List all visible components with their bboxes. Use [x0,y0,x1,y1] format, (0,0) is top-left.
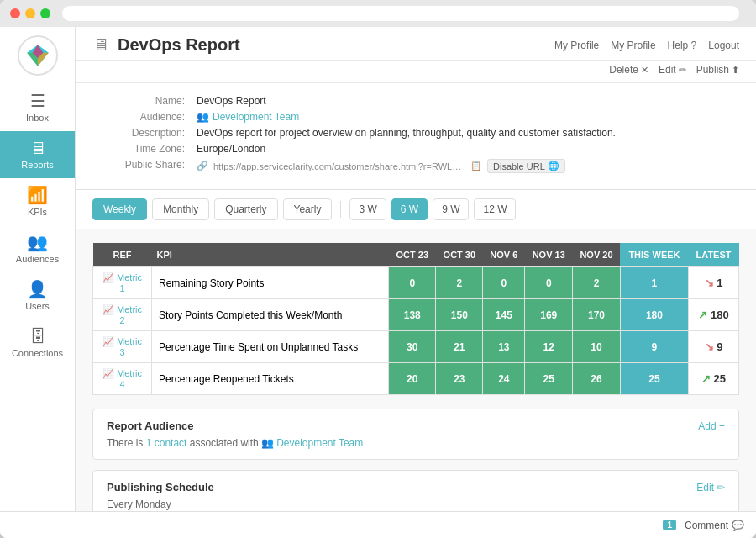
val-1-nov13: 0 [525,267,573,299]
trend-down-icon-1: ↘ [705,277,717,289]
metric-trend-icon-2: 📈 [102,304,114,314]
sidebar-item-connections[interactable]: 🗄 Connections [0,319,75,367]
val-3-oct30: 21 [436,331,483,363]
minimize-btn[interactable] [25,8,35,18]
sidebar-item-users-label: Users [25,301,50,311]
main-content: 🖥 DevOps Report My Profile My Profile He… [76,27,756,511]
publishing-schedule-header: Publishing Schedule Edit ✏ [107,481,725,493]
edit-schedule-icon: ✏ [717,482,725,493]
publishing-schedule-title: Publishing Schedule [107,481,214,493]
val-4-latest: ↗ 25 [689,363,739,395]
page-title: DevOps Report [118,35,240,55]
add-audience-button[interactable]: Add + [698,420,725,432]
publish-text: Publish [696,64,729,76]
my-profile-link[interactable]: My Profile [554,40,599,51]
report-audience-title: Report Audience [107,419,194,432]
report-audience-text: There is 1 contact associated with 👥 Dev… [107,437,725,449]
meta-section: Name: DevOps Report Audience: 👥 Developm… [76,83,756,190]
kpi-name-4: Percentage Reopened Tickets [152,363,389,395]
edit-schedule-button[interactable]: Edit ✏ [696,482,725,493]
maximize-btn[interactable] [40,8,50,18]
bottom-bar: 1 Comment 💬 [0,511,756,538]
val-4-nov13: 25 [525,363,573,395]
sidebar-item-reports-label: Reports [21,160,54,170]
val-3-nov20: 10 [573,331,621,363]
copy-icon[interactable]: 📋 [470,161,482,171]
kpis-icon: 📶 [27,187,48,203]
trend-down-icon-3: ↘ [705,340,717,353]
week-9w[interactable]: 9 W [433,198,469,220]
logout-link[interactable]: Logout [708,40,739,51]
sidebar-item-audiences[interactable]: 👥 Audiences [0,225,75,272]
audience-label: Audience: [92,111,185,123]
name-label: Name: [92,95,185,107]
reports-icon: 🖥 [29,140,46,156]
week-12w[interactable]: 12 W [474,198,516,220]
metric-trend-icon-1: 📈 [102,272,114,282]
publish-icon: ⬆ [732,65,739,76]
table-row: 📈 Metric 2 Story Points Completed this W… [93,299,739,331]
audiences-icon: 👥 [27,234,48,251]
val-4-nov6: 24 [483,363,525,395]
table-row: 📈 Metric 1 Remaining Story Points 0 2 0 … [93,267,739,299]
sidebar-item-users[interactable]: 👤 Users [0,272,75,319]
val-2-oct23: 138 [389,299,436,331]
val-2-nov6: 145 [483,299,525,331]
sidebar-item-inbox[interactable]: ☰ Inbox [0,84,75,131]
comment-button[interactable]: Comment 💬 [685,520,744,531]
table-row: 📈 Metric 4 Percentage Reopened Tickets 2… [93,363,739,395]
week-6w[interactable]: 6 W [391,198,428,220]
report-audience-header: Report Audience Add + [107,419,725,432]
table-row: 📈 Metric 3 Percentage Time Spent on Unpl… [93,331,739,363]
val-3-nov13: 12 [525,331,573,363]
comment-icon: 💬 [732,520,744,531]
col-oct23: OCT 23 [389,243,436,267]
timezone-value: Europe/London [197,143,265,155]
address-bar[interactable] [62,6,739,21]
delete-button[interactable]: Delete ✕ [609,64,648,76]
val-3-nov6: 13 [483,331,525,363]
col-kpi: KPI [152,243,389,267]
team-link[interactable]: 👥 Development Team [261,437,363,449]
share-url: 🔗 https://app.serviceclarity.com/custome… [197,159,565,173]
tab-yearly[interactable]: Yearly [283,198,333,220]
comment-badge: 1 [663,520,676,530]
week-3w[interactable]: 3 W [349,198,386,220]
edit-text: Edit [659,64,676,76]
edit-button[interactable]: Edit ✏ [659,64,686,76]
tabs-toolbar: Weekly Monthly Quarterly Yearly 3 W 6 W … [76,190,756,229]
meta-row-audience: Audience: 👥 Development Team [92,111,739,123]
sidebar-item-reports[interactable]: 🖥 Reports [0,131,75,178]
val-4-oct23: 20 [389,363,436,395]
col-nov20: NOV 20 [573,243,621,267]
sidebar-item-kpis[interactable]: 📶 KPIs [0,178,75,225]
publish-button[interactable]: Publish ⬆ [696,64,739,76]
share-url-text: https://app.serviceclarity.com/customer/… [213,161,465,171]
tab-monthly[interactable]: Monthly [152,198,209,220]
val-4-thisweek: 25 [620,363,688,395]
val-2-oct30: 150 [436,299,483,331]
team-icon: 👥 [261,437,274,449]
meta-row-description: Description: DevOps report for project o… [92,127,739,139]
close-btn[interactable] [10,8,20,18]
users-icon: 👤 [27,281,48,298]
disable-url-button[interactable]: Disable URL 🌐 [487,159,565,173]
title-bar [0,0,756,27]
tab-weekly[interactable]: Weekly [92,198,147,220]
help-link[interactable]: Help ? [668,40,697,51]
my-profile-text[interactable]: My Profile [611,40,655,51]
sidebar-item-audiences-label: Audiences [16,254,59,264]
audience-count-link[interactable]: 1 contact [146,437,190,449]
inbox-icon: ☰ [30,92,45,109]
report-audience-section: Report Audience Add + There is 1 contact… [92,409,739,460]
comment-text: Comment [685,520,728,531]
sidebar-item-inbox-label: Inbox [26,113,49,123]
edit-icon: ✏ [679,65,686,76]
ref-cell-3: 📈 Metric 3 [93,331,152,363]
meta-row-name: Name: DevOps Report [92,95,739,107]
col-nov6: NOV 6 [483,243,525,267]
tab-quarterly[interactable]: Quarterly [214,198,277,220]
audience-icon: 👥 [197,111,209,123]
description-label: Description: [92,127,185,139]
audience-value[interactable]: 👥 Development Team [197,111,299,123]
